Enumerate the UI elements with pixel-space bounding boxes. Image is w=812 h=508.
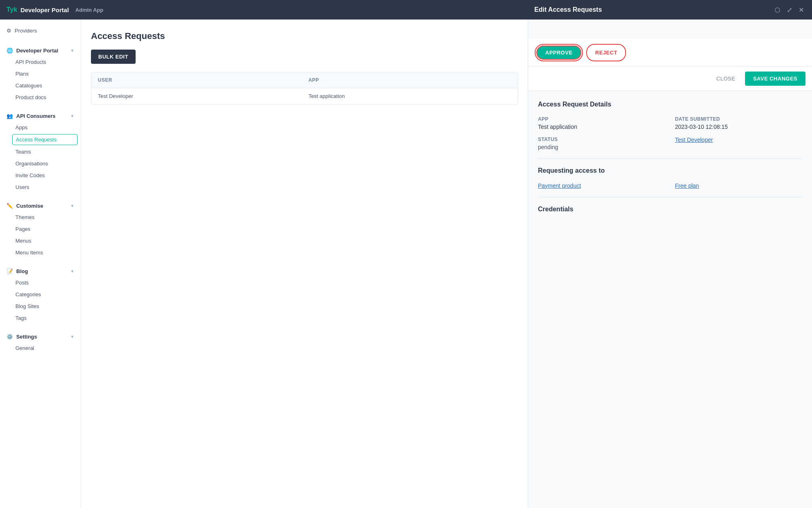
developer-link[interactable]: Test Developer xyxy=(675,137,803,143)
cell-app: Test application xyxy=(302,88,518,104)
page-title: Access Requests xyxy=(91,31,518,41)
chevron-down-icon-customise: ▼ xyxy=(70,204,74,208)
access-requests-table-container: USER APP Test Developer Test application xyxy=(91,72,518,104)
date-submitted-detail: Date submitted 2023-03-10 12:08:15 xyxy=(675,116,803,130)
sidebar-group-developer-portal[interactable]: 🌐 Developer Portal ▼ xyxy=(0,43,81,56)
main-wrapper: Access Requests BULK EDIT USER APP Test … xyxy=(81,0,812,508)
developer-detail: Test Developer xyxy=(675,137,803,150)
chevron-down-icon-consumers: ▼ xyxy=(70,114,74,118)
panel-approve-bar: APPROVE REJECT xyxy=(528,39,812,67)
providers-label: Providers xyxy=(15,28,37,34)
developer-portal-icon: 🌐 xyxy=(6,48,13,54)
blog-icon: 📝 xyxy=(6,268,13,274)
topbar-logo: Tyk Developer Portal Admin App xyxy=(6,6,103,13)
sidebar-item-general[interactable]: General xyxy=(0,342,81,354)
customise-icon: ✏️ xyxy=(6,203,13,209)
panel-body-wrapper: APPROVE REJECT CLOSE SAVE CHANGES Access… xyxy=(528,39,812,508)
details-grid-top: App Test application Date submitted 2023… xyxy=(538,116,802,130)
approve-button[interactable]: APPROVE xyxy=(536,46,581,60)
sidebar-item-blog-sites[interactable]: Blog Sites xyxy=(0,300,81,312)
panel-title: Edit Access Requests xyxy=(534,6,773,13)
sidebar-item-posts[interactable]: Posts xyxy=(0,277,81,289)
bulk-edit-button[interactable]: BULK EDIT xyxy=(91,50,136,64)
panel-details-body: Access Request Details App Test applicat… xyxy=(528,91,812,508)
status-label: Status xyxy=(538,137,665,142)
chevron-down-icon-settings: ▼ xyxy=(70,334,74,339)
sidebar-item-themes[interactable]: Themes xyxy=(0,211,81,223)
sidebar-item-catalogues[interactable]: Catalogues xyxy=(0,80,81,91)
sidebar-group-settings[interactable]: ⚙️ Settings ▼ xyxy=(0,330,81,342)
reject-button[interactable]: REJECT xyxy=(586,44,626,61)
credentials-title: Credentials xyxy=(538,206,802,213)
app-label: App xyxy=(538,116,665,122)
sidebar-item-plans[interactable]: Plans xyxy=(0,68,81,80)
sidebar-item-teams[interactable]: Teams xyxy=(0,146,81,158)
access-requests-table: USER APP Test Developer Test application xyxy=(91,72,518,104)
chevron-down-icon-blog: ▼ xyxy=(70,269,74,274)
approve-reject-group: APPROVE REJECT xyxy=(535,44,626,61)
sidebar-item-menu-items[interactable]: Menu Items xyxy=(0,247,81,258)
panel-save-bar: CLOSE SAVE CHANGES xyxy=(528,67,812,91)
cell-user: Test Developer xyxy=(91,88,302,104)
sidebar-item-access-requests[interactable]: Access Requests xyxy=(12,134,78,145)
col-header-user: USER xyxy=(91,72,302,88)
panel-expand-icon[interactable]: ⤢ xyxy=(785,4,794,15)
date-submitted-label: Date submitted xyxy=(675,116,803,122)
access-request-details-title: Access Request Details xyxy=(538,101,802,108)
sidebar-group-blog[interactable]: 📝 Blog ▼ xyxy=(0,264,81,277)
plan-detail: Free plan xyxy=(675,182,803,189)
app-detail: App Test application xyxy=(538,116,665,130)
main-content: Access Requests BULK EDIT USER APP Test … xyxy=(81,20,528,508)
status-detail: Status pending xyxy=(538,137,665,150)
panel-external-link-icon[interactable]: ⬡ xyxy=(773,4,782,15)
sidebar-group-customise[interactable]: ✏️ Customise ▼ xyxy=(0,199,81,211)
details-grid-status: Status pending Test Developer xyxy=(538,137,802,150)
product-link[interactable]: Payment product xyxy=(538,182,665,189)
close-link[interactable]: CLOSE xyxy=(711,72,740,85)
sidebar-section-developer-portal: 🌐 Developer Portal ▼ API Products Plans … xyxy=(0,39,81,105)
save-changes-button[interactable]: SAVE CHANGES xyxy=(745,72,806,86)
sidebar-item-users[interactable]: Users xyxy=(0,181,81,193)
app-value: Test application xyxy=(538,124,665,130)
sidebar-item-menus[interactable]: Menus xyxy=(0,235,81,247)
topbar-app-label: Admin App xyxy=(76,7,104,13)
details-grid-access: Payment product Free plan xyxy=(538,182,802,189)
plan-link[interactable]: Free plan xyxy=(675,182,803,189)
approve-button-wrapper: APPROVE xyxy=(535,44,583,61)
sidebar-item-tags[interactable]: Tags xyxy=(0,312,81,324)
sidebar-item-api-products[interactable]: API Products xyxy=(0,56,81,68)
table-row[interactable]: Test Developer Test application xyxy=(91,88,518,104)
providers-icon: ⚙ xyxy=(6,28,11,34)
product-detail: Payment product xyxy=(538,182,665,189)
sidebar-section-api-consumers: 👥 API Consumers ▼ Apps Access Requests T… xyxy=(0,105,81,195)
sidebar: ⚙ Providers 🌐 Developer Portal ▼ API Pro… xyxy=(0,0,81,508)
col-header-app: APP xyxy=(302,72,518,88)
panel-close-icon[interactable]: ✕ xyxy=(797,4,806,15)
divider-1 xyxy=(538,158,802,159)
sidebar-item-pages[interactable]: Pages xyxy=(0,223,81,235)
settings-label: Settings xyxy=(16,334,37,340)
sidebar-item-categories[interactable]: Categories xyxy=(0,289,81,300)
settings-icon: ⚙️ xyxy=(6,334,13,340)
sidebar-item-product-docs[interactable]: Product docs xyxy=(0,91,81,103)
sidebar-item-providers[interactable]: ⚙ Providers xyxy=(0,24,81,38)
sidebar-item-invite-codes[interactable]: Invite Codes xyxy=(0,169,81,181)
customise-label: Customise xyxy=(16,203,43,209)
sidebar-section-settings: ⚙️ Settings ▼ General xyxy=(0,326,81,356)
date-submitted-value: 2023-03-10 12:08:15 xyxy=(675,124,803,130)
tyk-logo-text: Tyk xyxy=(6,6,17,13)
sidebar-group-api-consumers[interactable]: 👥 API Consumers ▼ xyxy=(0,109,81,122)
developer-portal-label: Developer Portal xyxy=(16,48,58,54)
sidebar-section-providers: ⚙ Providers xyxy=(0,20,81,39)
side-panel: Edit Access Requests ⬡ ⤢ ✕ APPROVE REJEC… xyxy=(528,20,812,508)
status-value: pending xyxy=(538,144,665,150)
divider-2 xyxy=(538,197,802,198)
sidebar-item-organisations[interactable]: Organisations xyxy=(0,158,81,169)
blog-label: Blog xyxy=(16,268,28,274)
panel-topbar: Edit Access Requests ⬡ ⤢ ✕ xyxy=(528,0,812,20)
requesting-access-title: Requesting access to xyxy=(538,167,802,174)
sidebar-item-apps[interactable]: Apps xyxy=(0,122,81,133)
sidebar-section-blog: 📝 Blog ▼ Posts Categories Blog Sites Tag… xyxy=(0,260,81,326)
panel-top-actions: ⬡ ⤢ ✕ xyxy=(773,4,806,15)
sidebar-section-customise: ✏️ Customise ▼ Themes Pages Menus Menu I… xyxy=(0,195,81,260)
